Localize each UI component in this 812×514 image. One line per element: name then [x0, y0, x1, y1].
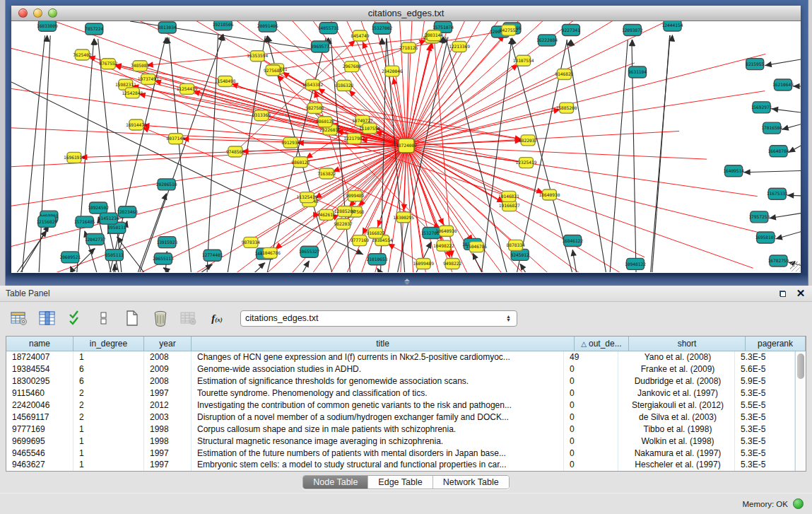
table-row[interactable]: 1938455462009Genome-wide association stu… — [6, 363, 795, 375]
zoom-window-icon[interactable] — [48, 8, 57, 18]
table-row[interactable]: 946362711997Embryonic stem cells: a mode… — [6, 459, 795, 471]
graph-node[interactable]: 15885200 — [556, 103, 577, 113]
graph-node[interactable]: 18640930 — [539, 189, 560, 200]
graph-node[interactable]: 9313369 — [252, 110, 271, 121]
tab-edge-table[interactable]: Edge Table — [368, 476, 433, 489]
table-row[interactable]: 911546021997Tourette syndrome. Phenomeno… — [6, 387, 795, 399]
graph-node[interactable]: 16409514 — [723, 165, 744, 177]
table-settings-icon[interactable] — [10, 309, 28, 327]
function-builder-icon[interactable]: f(x) — [208, 309, 226, 327]
tab-network-table[interactable]: Network Table — [433, 476, 509, 489]
graph-node[interactable]: 13915923 — [156, 237, 177, 248]
graph-node[interactable]: 9748566 — [226, 146, 245, 157]
graph-node[interactable]: 12325419 — [516, 158, 537, 168]
tab-node-table[interactable]: Node Table — [303, 476, 368, 489]
table-row[interactable]: 2242004622012Investigating the contribut… — [6, 399, 795, 411]
graph-node[interactable]: 12774401 — [202, 250, 223, 261]
graph-node[interactable]: 8878334 — [507, 240, 525, 250]
table-row[interactable]: 1830029562008Estimation of significance … — [6, 375, 795, 387]
delete-trash-icon[interactable] — [151, 309, 170, 327]
graph-node[interactable]: 12213369 — [449, 41, 470, 52]
graph-node[interactable]: 2718126 — [399, 42, 418, 53]
graph-node[interactable]: 15716485 — [74, 216, 95, 228]
graph-node[interactable]: 8969577 — [311, 41, 329, 52]
column-header-short[interactable]: short — [629, 337, 746, 351]
graph-node[interactable]: 19218506 — [213, 21, 234, 30]
graph-node[interactable]: 12093872 — [622, 25, 643, 36]
graph-node[interactable]: 18107554 — [513, 55, 534, 66]
float-panel-icon[interactable] — [777, 288, 788, 298]
scrollbar-thumb[interactable] — [797, 354, 804, 379]
graph-node[interactable]: 16782759 — [768, 255, 789, 267]
graph-node[interactable]: 7485083 — [131, 61, 149, 71]
graph-node[interactable]: 7857224 — [85, 23, 103, 35]
merge-rows-icon[interactable] — [95, 309, 113, 327]
column-header-name[interactable]: name — [6, 337, 73, 351]
graph-node[interactable]: 20655113 — [153, 253, 174, 264]
graph-node[interactable]: 9822037 — [334, 218, 353, 229]
graph-node[interactable]: 16222084 — [536, 35, 558, 46]
graph-node[interactable]: 16648784 — [768, 146, 789, 157]
graph-node[interactable]: 9498222 — [443, 259, 461, 269]
graph-node[interactable]: 12156829 — [36, 216, 57, 227]
graph-node[interactable]: 10655327 — [299, 246, 320, 257]
graph-node[interactable]: 6822037 — [519, 135, 537, 146]
graph-node[interactable]: 9099489 — [346, 191, 364, 201]
close-window-icon[interactable] — [18, 8, 28, 18]
graph-node[interactable]: 9146821 — [555, 69, 573, 80]
column-header-in_degree[interactable]: in_degree — [73, 337, 144, 351]
graph-node[interactable]: 21010653 — [367, 254, 388, 265]
graph-node[interactable]: 20091406 — [257, 21, 278, 32]
graph-node[interactable]: 20206510 — [156, 179, 177, 190]
graph-node[interactable]: 7163822 — [317, 168, 336, 179]
graph-node[interactable]: 8860128 — [291, 157, 310, 168]
column-properties-icon[interactable] — [38, 309, 57, 327]
network-graph-canvas[interactable]: 1603380978572248813034192185062009140614… — [11, 21, 801, 272]
graph-node[interactable]: 11451234 — [98, 213, 119, 224]
column-header-out_de[interactable]: △out_de... — [575, 337, 629, 351]
graph-node[interactable]: 18724007 — [396, 139, 417, 153]
graph-node[interactable]: 18924502 — [88, 202, 109, 214]
table-row[interactable]: 969969511998Structural magnetic resonanc… — [6, 435, 795, 447]
graph-node[interactable]: 8427552 — [500, 25, 518, 35]
graph-node[interactable]: 16210643 — [772, 79, 794, 90]
graph-node[interactable]: 9878334 — [242, 237, 260, 247]
graph-node[interactable]: 12823468 — [117, 206, 138, 218]
graph-node[interactable]: 12444154 — [662, 21, 683, 31]
graph-node[interactable]: 10948122 — [625, 258, 646, 269]
graph-node[interactable]: 7462610 — [317, 209, 336, 220]
graph-node[interactable]: 11675331 — [767, 188, 788, 199]
graph-node[interactable]: 8037144 — [167, 134, 185, 144]
table-row[interactable]: 946554611997Estimation of the future num… — [6, 447, 795, 459]
graph-node[interactable]: 16099489 — [413, 259, 434, 269]
graph-node[interactable]: 8767552 — [99, 59, 117, 69]
window-resize-grip[interactable] — [790, 262, 800, 271]
graph-node[interactable]: 16846122 — [562, 235, 583, 247]
window-titlebar[interactable]: citations_edges.txt — [11, 6, 801, 21]
graph-node[interactable]: 8186328 — [335, 81, 353, 91]
graph-node[interactable]: 8813034 — [158, 22, 177, 33]
graph-node[interactable]: 17016504 — [761, 122, 782, 134]
new-document-icon[interactable] — [123, 309, 141, 327]
column-header-year[interactable]: year — [144, 337, 192, 351]
table-row[interactable]: 1456911722003Disruption of a novel membe… — [6, 411, 795, 423]
graph-node[interactable]: 8454749 — [351, 30, 369, 41]
graph-node[interactable]: 8505113 — [105, 250, 124, 261]
graph-node[interactable]: 12042737 — [85, 234, 106, 245]
graph-node[interactable]: 2803144 — [425, 30, 443, 41]
graph-node[interactable]: 11548498 — [215, 76, 236, 86]
graph-node[interactable]: 16033809 — [37, 21, 58, 31]
graph-node[interactable]: 23420046 — [382, 66, 403, 76]
graph-node[interactable]: 16958107 — [755, 232, 776, 243]
graph-node[interactable]: 7625402 — [73, 49, 91, 60]
graph-node[interactable]: 9275685 — [264, 65, 282, 76]
graph-node[interactable]: 9227341 — [562, 24, 580, 35]
column-header-pagerank[interactable]: pagerank — [746, 337, 806, 351]
table-scrollbar[interactable] — [795, 351, 806, 471]
graph-node[interactable]: 16961910 — [64, 152, 85, 163]
panel-splitter-handle[interactable] — [403, 279, 411, 285]
network-window[interactable]: citations_edges.txt 16033809785722488130… — [11, 6, 801, 273]
graph-node[interactable]: 9827508 — [305, 103, 324, 113]
graph-node[interactable]: 9860128 — [316, 117, 334, 127]
graph-node[interactable]: 17957253 — [748, 211, 770, 223]
